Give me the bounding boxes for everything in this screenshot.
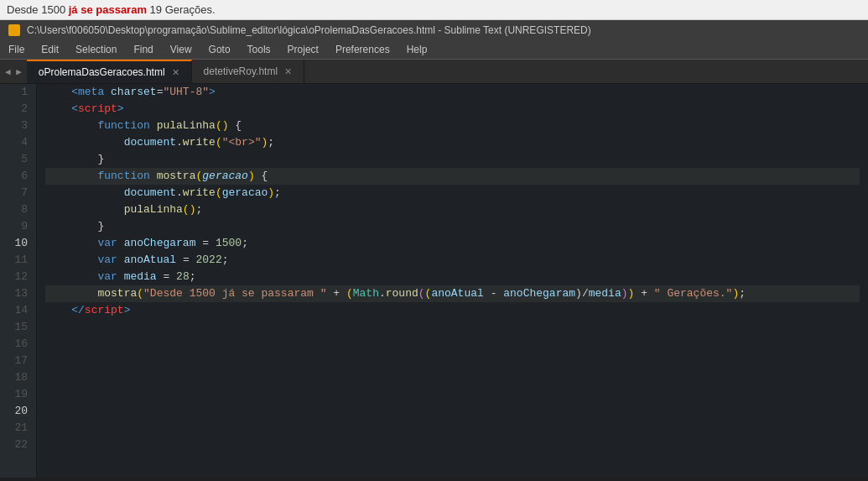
tab-bar: ◀ ▶ oProlemaDasGeracoes.html ✕ detetiveR… [0,60,868,84]
tab-oProlemaDasGeracoes[interactable]: oProlemaDasGeracoes.html ✕ [27,60,192,83]
title-bar: C:\Users\f006050\Desktop\programação\Sub… [0,20,868,40]
ln-13: 13 [8,285,28,302]
ln-10: 10 [8,235,28,252]
code-line-17: var anoAtual = 2022; [45,252,860,269]
tab-detetiveRoy[interactable]: detetiveRoy.html ✕ [192,60,304,83]
code-line-1: <meta charset="UHT-8"> [45,84,860,101]
code-line-22: </script> [45,302,860,319]
menu-bar: File Edit Selection Find View Goto Tools… [0,40,868,60]
code-line-13: pulaLinha(); [45,201,860,218]
ln-14: 14 [8,302,28,319]
editor: 1 2 3 4 5 6 7 8 9 10 11 12 13 14 15 16 1… [0,84,868,478]
ln-5: 5 [8,151,28,168]
menu-tools[interactable]: Tools [239,40,279,59]
code-content[interactable]: <meta charset="UHT-8"> <script> function… [37,84,868,478]
code-line-8: } [45,151,860,168]
tab-close-1[interactable]: ✕ [172,67,179,78]
app-icon [8,24,20,36]
ln-7: 7 [8,185,28,201]
code-line-18: var media = 28; [45,269,860,285]
menu-preferences[interactable]: Preferences [327,40,398,59]
ln-2: 2 [8,101,28,118]
output-bar: Desde 1500 já se passaram 19 Gerações. [0,0,868,20]
ln-11: 11 [8,252,28,269]
menu-selection[interactable]: Selection [67,40,125,59]
menu-file[interactable]: File [0,40,33,59]
ln-19: 19 [8,386,28,403]
menu-help[interactable]: Help [398,40,436,59]
ln-1: 1 [8,84,28,101]
ln-17: 17 [8,353,28,369]
menu-view[interactable]: View [162,40,200,59]
code-line-10: function mostra(geracao) { [45,168,860,185]
ln-22: 22 [8,437,28,453]
code-line-14: } [45,218,860,235]
ln-15: 15 [8,319,28,336]
ln-8: 8 [8,201,28,218]
code-line-20: mostra("Desde 1500 já se passaram " + (M… [45,285,860,302]
nav-arrows[interactable]: ◀ ▶ [0,60,27,83]
ln-6: 6 [8,168,28,185]
ln-9: 9 [8,218,28,235]
ln-20: 20 [8,403,28,420]
output-highlight: já se passaram [69,3,147,16]
ln-12: 12 [8,269,28,285]
code-line-7: document.write("<br>"); [45,134,860,151]
title-text: C:\Users\f006050\Desktop\programação\Sub… [27,24,591,36]
menu-edit[interactable]: Edit [33,40,67,59]
ln-18: 18 [8,369,28,386]
tab-close-2[interactable]: ✕ [284,66,292,77]
line-numbers: 1 2 3 4 5 6 7 8 9 10 11 12 13 14 15 16 1… [0,84,37,478]
code-line-12: document.write(geracao); [45,185,860,201]
menu-project[interactable]: Project [279,40,327,59]
ln-16: 16 [8,336,28,353]
ln-4: 4 [8,134,28,151]
ln-3: 3 [8,118,28,134]
code-line-5: function pulaLinha() { [45,118,860,134]
menu-goto[interactable]: Goto [200,40,239,59]
ln-21: 21 [8,420,28,437]
tab-label-1: oProlemaDasGeracoes.html [39,66,165,78]
code-line-16: var anoChegaram = 1500; [45,235,860,252]
menu-find[interactable]: Find [125,40,161,59]
code-line-3: <script> [45,101,860,118]
tab-label-2: detetiveRoy.html [204,65,278,77]
